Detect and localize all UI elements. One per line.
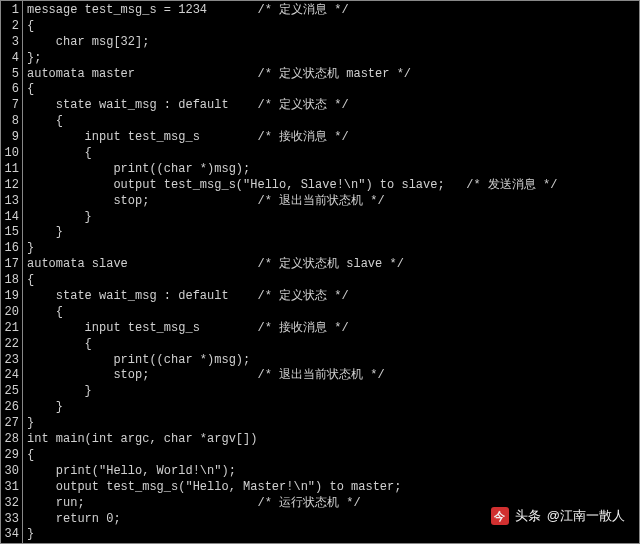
watermark: 今 头条 @江南一散人	[491, 507, 625, 525]
code-line: state wait_msg : default /* 定义状态 */	[27, 98, 639, 114]
code-line: {	[27, 448, 639, 464]
line-number: 13	[3, 194, 19, 210]
line-number: 18	[3, 273, 19, 289]
code-line: {	[27, 337, 639, 353]
watermark-handle: @江南一散人	[547, 507, 625, 525]
line-number: 10	[3, 146, 19, 162]
code-line: print("Hello, World!\n");	[27, 464, 639, 480]
line-number: 33	[3, 512, 19, 528]
code-line: }	[27, 416, 639, 432]
code-line: {	[27, 305, 639, 321]
code-line: {	[27, 114, 639, 130]
line-number: 15	[3, 225, 19, 241]
line-number: 27	[3, 416, 19, 432]
code-line: }	[27, 384, 639, 400]
code-line: }	[27, 241, 639, 257]
code-editor: 1234567891011121314151617181920212223242…	[1, 1, 639, 544]
code-line: }	[27, 225, 639, 241]
line-number: 31	[3, 480, 19, 496]
code-line: print((char *)msg);	[27, 353, 639, 369]
line-number: 17	[3, 257, 19, 273]
code-line: char msg[32];	[27, 35, 639, 51]
code-line: {	[27, 146, 639, 162]
code-line: {	[27, 82, 639, 98]
line-number: 34	[3, 527, 19, 543]
line-number: 12	[3, 178, 19, 194]
line-number: 22	[3, 337, 19, 353]
line-number: 30	[3, 464, 19, 480]
code-line: message test_msg_s = 1234 /* 定义消息 */	[27, 3, 639, 19]
line-number: 20	[3, 305, 19, 321]
line-number: 24	[3, 368, 19, 384]
line-number: 2	[3, 19, 19, 35]
code-line: state wait_msg : default /* 定义状态 */	[27, 289, 639, 305]
code-line: output test_msg_s("Hello, Slave!\n") to …	[27, 178, 639, 194]
line-number: 21	[3, 321, 19, 337]
line-number: 26	[3, 400, 19, 416]
code-line: automata master /* 定义状态机 master */	[27, 67, 639, 83]
line-number: 11	[3, 162, 19, 178]
line-number: 16	[3, 241, 19, 257]
code-line: stop; /* 退出当前状态机 */	[27, 368, 639, 384]
line-number: 23	[3, 353, 19, 369]
line-number: 25	[3, 384, 19, 400]
line-number: 7	[3, 98, 19, 114]
line-number: 4	[3, 51, 19, 67]
code-line: automata slave /* 定义状态机 slave */	[27, 257, 639, 273]
code-line: int main(int argc, char *argv[])	[27, 432, 639, 448]
line-number: 9	[3, 130, 19, 146]
line-number: 6	[3, 82, 19, 98]
line-number: 19	[3, 289, 19, 305]
code-line: input test_msg_s /* 接收消息 */	[27, 321, 639, 337]
line-number-gutter: 1234567891011121314151617181920212223242…	[1, 1, 23, 544]
line-number: 28	[3, 432, 19, 448]
line-number: 14	[3, 210, 19, 226]
code-line: }	[27, 400, 639, 416]
code-line: }	[27, 527, 639, 543]
toutiao-icon: 今	[491, 507, 509, 525]
line-number: 3	[3, 35, 19, 51]
line-number: 1	[3, 3, 19, 19]
code-line: output test_msg_s("Hello, Master!\n") to…	[27, 480, 639, 496]
code-line: input test_msg_s /* 接收消息 */	[27, 130, 639, 146]
line-number: 29	[3, 448, 19, 464]
code-content: message test_msg_s = 1234 /* 定义消息 */{ ch…	[23, 1, 639, 544]
code-line: stop; /* 退出当前状态机 */	[27, 194, 639, 210]
code-line: };	[27, 51, 639, 67]
code-line: {	[27, 19, 639, 35]
code-line: }	[27, 210, 639, 226]
code-line: print((char *)msg);	[27, 162, 639, 178]
line-number: 8	[3, 114, 19, 130]
line-number: 32	[3, 496, 19, 512]
line-number: 5	[3, 67, 19, 83]
watermark-brand: 头条	[515, 507, 541, 525]
code-line: {	[27, 273, 639, 289]
